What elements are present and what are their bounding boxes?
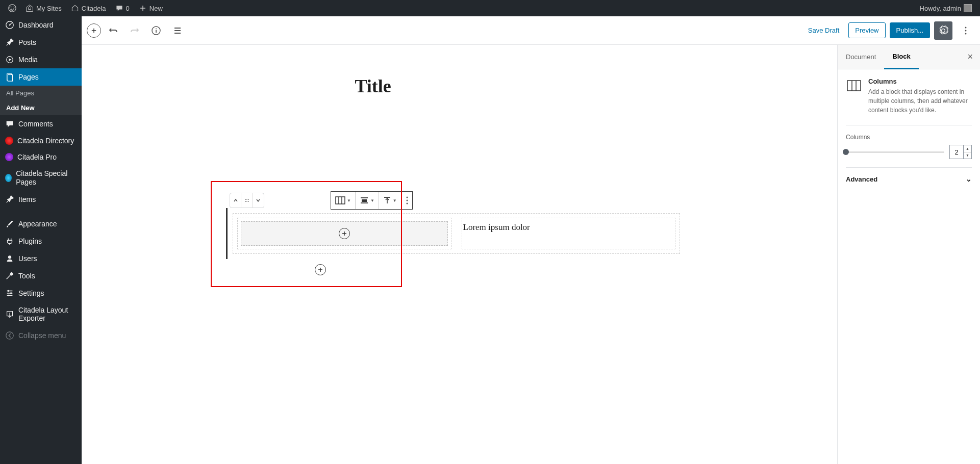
my-sites-label: My Sites (36, 5, 62, 12)
site-name-label: Citadela (82, 5, 106, 12)
wordpress-icon (8, 4, 16, 12)
comment-icon (115, 4, 123, 12)
home-icon (71, 4, 79, 12)
comments-count: 0 (126, 5, 130, 12)
new-label: New (149, 5, 163, 12)
avatar (964, 4, 972, 12)
site-link[interactable]: Citadela (67, 0, 110, 16)
sites-icon (26, 4, 34, 12)
greeting-label: Howdy, admin (920, 5, 961, 12)
new-link[interactable]: New (135, 0, 167, 16)
wp-logo[interactable] (4, 0, 20, 16)
my-sites-link[interactable]: My Sites (21, 0, 66, 16)
comments-link[interactable]: 0 (111, 0, 134, 16)
admin-bar: My Sites Citadela 0 New Howdy, admin (0, 0, 980, 16)
plus-icon (139, 4, 147, 12)
user-greeting[interactable]: Howdy, admin (916, 0, 976, 16)
